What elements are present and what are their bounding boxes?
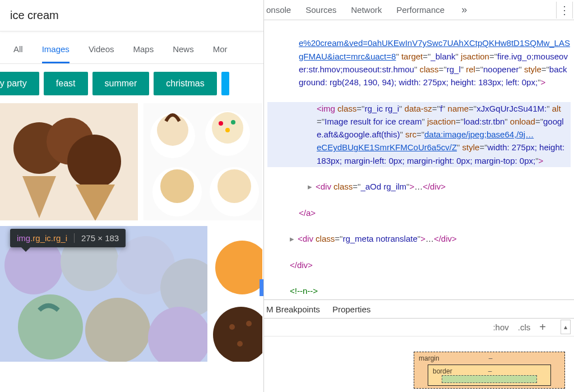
inspect-tag: img bbox=[17, 233, 30, 243]
tab-videos[interactable]: Videos bbox=[89, 44, 114, 63]
tabs-overflow-icon[interactable]: » bbox=[461, 4, 467, 16]
tab-dom-breakpoints[interactable]: M Breakpoints bbox=[266, 305, 320, 314]
scroll-up-icon[interactable]: ▴ bbox=[561, 320, 571, 334]
chip-partial[interactable] bbox=[221, 72, 229, 95]
styles-toolbar: :hov .cls + ▴ bbox=[264, 319, 574, 336]
devtools-tabs: onsole Sources Network Performance » ⋮ bbox=[264, 0, 574, 20]
search-bar bbox=[0, 0, 263, 31]
svg-point-9 bbox=[219, 121, 223, 126]
box-border-label: border bbox=[433, 367, 452, 375]
toggle-cls[interactable]: .cls bbox=[518, 322, 531, 332]
svg-point-27 bbox=[229, 324, 235, 330]
svg-point-29 bbox=[237, 341, 243, 347]
elements-tree[interactable]: e%20cream&ved=0ahUKEwInV7ySwc7UAhXCtpQKH… bbox=[264, 20, 574, 299]
chip-summer[interactable]: summer bbox=[92, 72, 150, 95]
new-style-rule-icon[interactable]: + bbox=[539, 321, 546, 334]
image-result[interactable] bbox=[213, 239, 262, 362]
filter-chips: day party feast summer christmas bbox=[0, 64, 263, 103]
selection-marker bbox=[260, 279, 263, 296]
box-model: margin – border – bbox=[414, 352, 565, 389]
devtools-sub-tabs: M Breakpoints Properties bbox=[264, 299, 574, 319]
tab-properties[interactable]: Properties bbox=[332, 305, 371, 314]
svg-point-10 bbox=[231, 120, 235, 124]
tab-network[interactable]: Network bbox=[351, 5, 382, 15]
tab-more[interactable]: Mor bbox=[213, 44, 228, 63]
svg-point-15 bbox=[217, 169, 251, 203]
box-border-value: – bbox=[488, 367, 492, 375]
box-margin-label: margin bbox=[419, 354, 439, 362]
svg-point-13 bbox=[160, 169, 194, 203]
search-input[interactable] bbox=[10, 9, 253, 22]
svg-point-6 bbox=[157, 114, 188, 146]
svg-point-3 bbox=[67, 135, 121, 188]
tab-all[interactable]: All bbox=[13, 44, 23, 63]
image-result[interactable] bbox=[144, 103, 262, 220]
kebab-menu-icon[interactable]: ⋮ bbox=[556, 2, 573, 19]
svg-point-28 bbox=[246, 321, 252, 326]
image-result[interactable] bbox=[0, 103, 138, 220]
tab-images[interactable]: Images bbox=[42, 44, 70, 63]
tab-performance[interactable]: Performance bbox=[396, 5, 445, 15]
nav-tabs: All Images Videos Maps News Mor bbox=[0, 31, 263, 64]
tab-sources[interactable]: Sources bbox=[305, 5, 336, 15]
chip-feast[interactable]: feast bbox=[44, 72, 88, 95]
chip-day-party[interactable]: day party bbox=[0, 72, 39, 95]
inspect-classes: .rg_ic.rg_i bbox=[30, 233, 67, 243]
toggle-hov[interactable]: :hov bbox=[493, 322, 508, 332]
tab-maps[interactable]: Maps bbox=[133, 44, 154, 63]
chip-christmas[interactable]: christmas bbox=[154, 72, 216, 95]
element-inspect-tooltip: img.rg_ic.rg_i 275 × 183 bbox=[10, 229, 126, 247]
devtools-panel: onsole Sources Network Performance » ⋮ e… bbox=[263, 0, 574, 392]
inspect-dimensions: 275 × 183 bbox=[74, 233, 119, 243]
page-viewport: All Images Videos Maps News Mor day part… bbox=[0, 0, 263, 392]
svg-point-11 bbox=[225, 128, 230, 132]
tab-console[interactable]: onsole bbox=[266, 5, 291, 15]
box-margin-value: – bbox=[489, 354, 493, 362]
tab-news[interactable]: News bbox=[173, 44, 194, 63]
